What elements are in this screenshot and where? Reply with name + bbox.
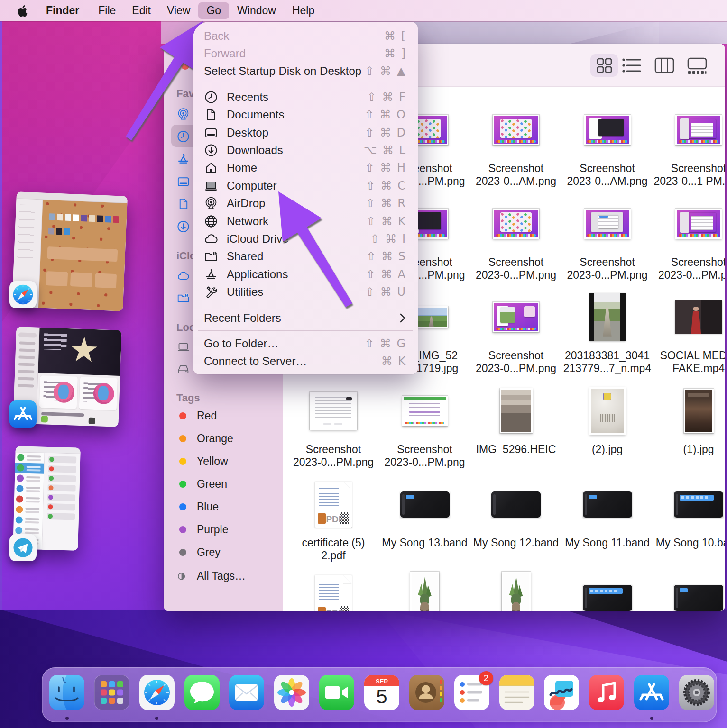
dock-item-music[interactable]: [589, 675, 624, 710]
file-name: (2).jpg: [562, 443, 653, 456]
dock-item-messages[interactable]: [184, 675, 220, 710]
decor-shape: [14, 504, 43, 516]
list-view-icon: [621, 57, 642, 74]
gallery-view-button[interactable]: [683, 54, 711, 77]
menu-bar-item-go[interactable]: Go: [198, 2, 229, 19]
grid-view-button[interactable]: [590, 54, 618, 77]
sidebar-tag-purple[interactable]: Purple: [177, 519, 276, 540]
tag-label: Purple: [197, 523, 228, 536]
decor-shape: [587, 234, 627, 237]
dock-item-facetime[interactable]: [319, 675, 354, 710]
file-item[interactable]: PDF: [288, 574, 379, 612]
list-view-button[interactable]: [618, 54, 645, 77]
sidebar-tag-blue[interactable]: Blue: [177, 496, 276, 518]
file-item[interactable]: (2).jpg: [562, 387, 653, 456]
decor-shape: [688, 212, 716, 232]
file-item[interactable]: 203183381_3041213779...7_n.mp4: [562, 293, 653, 375]
decor-shape: [688, 393, 709, 398]
file-thumbnail-shot-white-window: [675, 209, 722, 239]
decor-shape: [14, 494, 44, 505]
decor-shape: [589, 675, 624, 710]
file-item[interactable]: Screenshot2023-0...PM.png: [653, 200, 725, 282]
menu-bar-item-view[interactable]: View: [159, 2, 198, 19]
file-item[interactable]: (1).jpg: [653, 387, 725, 456]
decor-shape: certificate (5): [288, 537, 379, 549]
decor-shape: [15, 473, 44, 484]
dock-item-calendar[interactable]: SEP5: [364, 675, 399, 710]
file-name: My Song 11.band: [562, 537, 653, 549]
decor-shape: [688, 119, 716, 139]
file-item[interactable]: [653, 574, 725, 612]
svg-text:SEP: SEP: [376, 678, 388, 685]
sidebar-tag-green[interactable]: Green: [177, 473, 276, 495]
dock-item-app-store[interactable]: [634, 675, 669, 710]
file-thumbnail-shot-doc: [310, 392, 357, 430]
decor-shape: [18, 384, 34, 387]
menu-bar-item-edit[interactable]: Edit: [124, 2, 159, 19]
decor-shape: 2.pdf: [288, 549, 379, 562]
dock-item-mail[interactable]: [229, 675, 264, 710]
menu-bar-item-help[interactable]: Help: [284, 2, 322, 19]
dock-item-finder[interactable]: [49, 675, 84, 710]
tag-color-dot: [179, 503, 186, 510]
decor-shape: [679, 140, 719, 143]
decor-shape: [653, 106, 725, 154]
dock-item-photos[interactable]: [274, 675, 309, 710]
decor-shape: [653, 387, 725, 435]
dock-item-freeform[interactable]: [544, 675, 579, 710]
decor-shape: [379, 480, 470, 528]
dock-item-system-settings[interactable]: [679, 675, 714, 710]
dock-item-launchpad[interactable]: [94, 675, 129, 710]
decor-shape: [47, 484, 75, 492]
file-item[interactable]: My Song 12.band: [470, 480, 561, 549]
decor-shape: [17, 4, 28, 18]
decor-shape: [470, 200, 561, 248]
decor-shape: [48, 465, 76, 473]
menu-bar-item-finder[interactable]: Finder: [38, 2, 87, 19]
tag-label: Green: [197, 478, 227, 491]
file-item[interactable]: My Song 10.band: [653, 480, 725, 549]
menu-bar-item-file[interactable]: File: [90, 2, 124, 19]
file-item[interactable]: Screenshot2023-0...PM.png: [288, 387, 379, 469]
sidebar-tag-grey[interactable]: Grey: [177, 541, 276, 563]
sidebar-all-tags[interactable]: All Tags…: [177, 565, 276, 587]
decor-shape: [409, 675, 444, 710]
file-thumbnail-shot-dark-window: [584, 115, 631, 145]
sidebar-tag-yellow[interactable]: Yellow: [177, 450, 276, 472]
menu-bar-item-window[interactable]: Window: [229, 2, 284, 19]
telegram-icon[interactable]: [9, 534, 37, 561]
dock-item-safari[interactable]: [139, 675, 175, 710]
file-item[interactable]: [470, 574, 561, 612]
file-item[interactable]: Screenshot2023-0...PM.png: [379, 387, 470, 469]
sidebar-tag-orange[interactable]: Orange: [177, 428, 276, 449]
apple-menu-icon[interactable]: [17, 4, 28, 18]
file-name: Screenshot2023-0...PM.png: [653, 256, 725, 282]
file-thumbnail-plant: [410, 572, 439, 612]
file-item[interactable]: Screenshot2023-0...AM.png: [470, 106, 561, 188]
dock-item-notes[interactable]: [499, 675, 534, 710]
decor-shape: PDF: [288, 480, 379, 528]
columns-view-button[interactable]: [651, 54, 678, 77]
file-item[interactable]: My Song 13.band: [379, 480, 470, 549]
dock-item-contacts[interactable]: [409, 675, 444, 710]
file-item[interactable]: IMG_5296.HEIC: [470, 387, 561, 456]
file-item[interactable]: PDFcertificate (5)2.pdf: [288, 480, 379, 562]
decor-shape: PDF: [315, 482, 352, 528]
file-item[interactable]: Screenshot2023-0...AM.png: [562, 106, 653, 188]
app-store-icon[interactable]: [9, 400, 37, 428]
sidebar-tag-red[interactable]: Red: [177, 405, 276, 427]
file-item[interactable]: [379, 574, 470, 612]
file-item[interactable]: Screenshot2023-0...PM.png: [470, 293, 561, 375]
decor-shape: SOCIAL MEDIA: [653, 349, 725, 362]
tag-label: Grey: [197, 546, 221, 559]
decor-shape: [599, 216, 608, 217]
file-item[interactable]: My Song 11.band: [562, 480, 653, 549]
file-item[interactable]: Screenshot2023-0...PM.png: [562, 200, 653, 282]
file-item[interactable]: [562, 574, 653, 612]
decor-shape: [676, 494, 678, 515]
decor-shape: [501, 390, 531, 432]
file-item[interactable]: Screenshot2023-0...PM.png: [470, 200, 561, 282]
file-item[interactable]: SOCIAL MEDIAFAKE.mp4: [653, 293, 725, 375]
file-item[interactable]: Screenshot2023-0...1 PM.png: [653, 106, 725, 188]
dock-item-reminders[interactable]: 2: [454, 675, 489, 710]
